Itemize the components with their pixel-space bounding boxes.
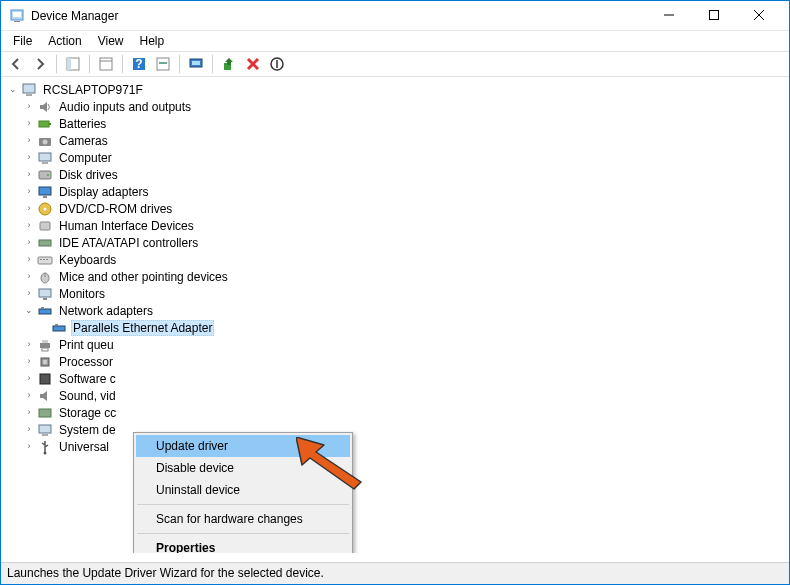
svg-rect-50 [42,340,48,343]
ctx-update-driver[interactable]: Update driver [136,435,350,457]
expand-icon[interactable]: › [23,255,35,264]
expand-icon[interactable]: › [23,204,35,213]
expand-icon[interactable]: › [23,102,35,111]
tree-item-printqueues[interactable]: ›Print queu [3,336,787,353]
svg-point-34 [44,207,47,210]
tree-label: Processor [57,355,115,369]
tree-label: Monitors [57,287,107,301]
tree-item-dvd[interactable]: ›DVD/CD-ROM drives [3,200,787,217]
tree-item-hid[interactable]: ›Human Interface Devices [3,217,787,234]
ctx-scan-hardware[interactable]: Scan for hardware changes [136,508,350,530]
tree-item-system[interactable]: ›System de [3,421,787,438]
svg-rect-54 [40,374,50,384]
expand-icon[interactable]: › [23,187,35,196]
tree-item-diskdrives[interactable]: ›Disk drives [3,166,787,183]
menu-file[interactable]: File [5,32,40,50]
system-icon [37,422,53,438]
ctx-properties[interactable]: Properties [136,537,350,553]
svg-rect-47 [53,326,65,331]
back-button[interactable] [5,53,27,75]
svg-rect-9 [100,58,112,70]
svg-rect-43 [39,289,51,297]
tree-item-usb[interactable]: ›Universal [3,438,787,455]
svg-rect-22 [26,94,32,96]
tree-label: DVD/CD-ROM drives [57,202,174,216]
disable-button[interactable] [266,53,288,75]
maximize-button[interactable] [691,0,736,30]
tree-item-processors[interactable]: ›Processor [3,353,787,370]
statusbar-text: Launches the Update Driver Wizard for th… [7,566,324,580]
expand-icon[interactable]: › [23,238,35,247]
show-hide-tree-button[interactable] [62,53,84,75]
tree-label: Disk drives [57,168,120,182]
device-tree[interactable]: ⌄ RCSLAPTOP971F ›Audio inputs and output… [1,77,789,553]
svg-rect-14 [159,62,167,64]
expand-icon[interactable]: › [23,136,35,145]
collapse-icon[interactable]: ⌄ [23,306,35,315]
expand-icon[interactable]: › [23,408,35,417]
expand-icon[interactable]: › [23,425,35,434]
expand-icon[interactable]: › [23,119,35,128]
processor-icon [37,354,53,370]
tree-item-mice[interactable]: ›Mice and other pointing devices [3,268,787,285]
expand-icon[interactable]: › [23,374,35,383]
tree-label: Display adapters [57,185,150,199]
sound-icon [37,388,53,404]
svg-rect-49 [40,343,50,348]
expand-icon[interactable]: › [23,289,35,298]
ctx-disable-device[interactable]: Disable device [136,457,350,479]
app-icon [9,8,25,24]
svg-rect-48 [55,324,58,326]
tree-item-cameras[interactable]: ›Cameras [3,132,787,149]
tree-item-keyboards[interactable]: ›Keyboards [3,251,787,268]
tree-item-ide[interactable]: ›IDE ATA/ATAPI controllers [3,234,787,251]
window-title: Device Manager [31,9,646,23]
tree-item-monitors[interactable]: ›Monitors [3,285,787,302]
tree-label: Human Interface Devices [57,219,196,233]
expand-icon[interactable]: › [23,153,35,162]
ctx-uninstall-device[interactable]: Uninstall device [136,479,350,501]
svg-rect-46 [41,307,44,309]
close-button[interactable] [736,0,781,30]
tree-item-network[interactable]: ⌄Network adapters [3,302,787,319]
expand-icon[interactable]: › [23,442,35,451]
menu-action[interactable]: Action [40,32,89,50]
tree-item-computer[interactable]: ›Computer [3,149,787,166]
tree-item-software[interactable]: ›Software c [3,370,787,387]
tree-item-display[interactable]: ›Display adapters [3,183,787,200]
expand-icon[interactable]: › [23,170,35,179]
action-button[interactable] [152,53,174,75]
tree-label: Network adapters [57,304,155,318]
tree-label: Computer [57,151,114,165]
svg-rect-38 [40,259,42,260]
properties-button[interactable] [95,53,117,75]
tree-item-parallels-ethernet[interactable]: Parallels Ethernet Adapter [3,319,787,336]
expand-icon[interactable]: › [23,340,35,349]
minimize-button[interactable] [646,0,691,30]
update-driver-button[interactable] [218,53,240,75]
expand-icon[interactable]: › [23,272,35,281]
computer-icon [21,82,37,98]
tree-item-storage[interactable]: ›Storage cc [3,404,787,421]
menu-help[interactable]: Help [132,32,173,50]
forward-button[interactable] [29,53,51,75]
svg-rect-53 [43,360,47,364]
ctx-separator [137,504,349,505]
expand-icon[interactable]: › [23,221,35,230]
collapse-icon[interactable]: ⌄ [7,85,19,94]
tree-label: Universal [57,440,111,454]
menu-view[interactable]: View [90,32,132,50]
battery-icon [37,116,53,132]
expand-icon[interactable]: › [23,391,35,400]
tree-root[interactable]: ⌄ RCSLAPTOP971F [3,81,787,98]
help-button[interactable]: ? [128,53,150,75]
expand-icon[interactable]: › [23,357,35,366]
svg-rect-24 [49,123,51,125]
svg-rect-16 [192,61,200,65]
tree-item-batteries[interactable]: ›Batteries [3,115,787,132]
tree-item-audio[interactable]: ›Audio inputs and outputs [3,98,787,115]
tree-item-sound[interactable]: ›Sound, vid [3,387,787,404]
scan-hardware-button[interactable] [185,53,207,75]
svg-rect-31 [39,187,51,195]
uninstall-button[interactable] [242,53,264,75]
